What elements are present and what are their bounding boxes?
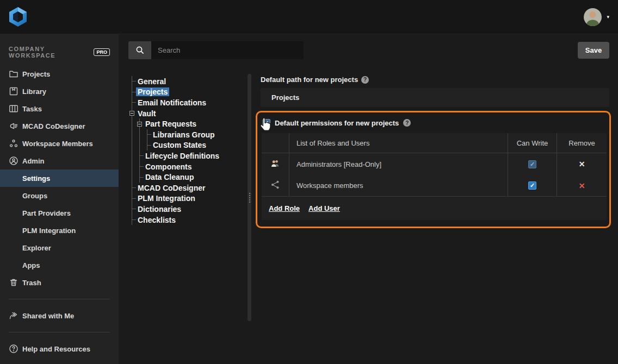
sidebar-item-settings[interactable]: Settings: [0, 170, 119, 187]
sidebar-item-help-and-resources[interactable]: Help and Resources: [0, 340, 119, 357]
altium-365-logo-icon[interactable]: [9, 7, 27, 27]
sidebar-item-label: Library: [22, 87, 46, 96]
collapse-expander-icon[interactable]: [129, 111, 134, 116]
tree-item-lifecycle-definitions[interactable]: Lifecycle Definitions: [140, 150, 248, 161]
remove-icon[interactable]: ✕: [579, 182, 585, 190]
help-icon[interactable]: ?: [403, 119, 411, 127]
panel-splitter[interactable]: [248, 74, 251, 321]
sidebar-item-trash[interactable]: Trash: [0, 274, 119, 291]
toolbar: Save: [119, 34, 618, 66]
tree-item-general[interactable]: General: [132, 76, 248, 87]
sidebar-item-label: Admin: [22, 157, 44, 165]
remove-cell: ✕: [557, 153, 607, 175]
tree-root-branch: General Projects Email Notifications Vau…: [132, 76, 248, 225]
can-write-checkbox-disabled: ✓: [528, 160, 536, 168]
sidebar-item-label: Tasks: [22, 105, 42, 113]
can-write-cell: ✓: [508, 153, 557, 175]
user-menu[interactable]: ▾: [584, 8, 609, 26]
sidebar-item-plm-integration[interactable]: PLM Integration: [0, 222, 119, 239]
sidebar-item-explorer[interactable]: Explorer: [0, 239, 119, 256]
chevron-down-icon[interactable]: ▾: [607, 15, 609, 20]
sidebar: COMPANY WORKSPACE PRO Projects Library T…: [0, 34, 119, 364]
search-input[interactable]: [151, 41, 304, 59]
sidebar-item-projects[interactable]: Projects: [0, 65, 119, 83]
sidebar-item-label: Explorer: [22, 244, 51, 252]
permissions-highlight-box: ✓ Default permissions for new projects ?…: [256, 111, 611, 228]
tree-item-projects[interactable]: Projects: [132, 87, 248, 98]
tree-part-requests-branch: Librarians Group Custom States: [147, 129, 248, 150]
help-icon[interactable]: ?: [361, 76, 369, 84]
tree-item-data-cleanup[interactable]: Data Cleanup: [140, 172, 248, 183]
sidebar-item-label: Help and Resources: [22, 345, 90, 353]
tree-item-part-requests[interactable]: Part Requests: [140, 118, 248, 129]
add-role-link[interactable]: Add Role: [269, 204, 300, 212]
help-circle-icon: [9, 344, 18, 354]
sidebar-item-label: Workspace Members: [22, 140, 93, 148]
tree-selected-item: Projects: [136, 87, 169, 96]
default-path-field[interactable]: Projects: [261, 88, 609, 107]
sidebar-item-workspace-members[interactable]: Workspace Members: [0, 135, 119, 152]
sidebar-item-library[interactable]: Library: [0, 83, 119, 100]
share-icon: [271, 180, 280, 191]
collapse-expander-icon[interactable]: [137, 122, 142, 127]
members-icon: [9, 139, 18, 148]
sidebar-item-part-providers[interactable]: Part Providers: [0, 204, 119, 222]
remove-icon[interactable]: ✕: [579, 160, 585, 168]
sidebar-item-admin[interactable]: Admin: [0, 152, 119, 170]
search-icon[interactable]: [128, 41, 151, 59]
can-write-checkbox[interactable]: ✓: [528, 181, 536, 190]
sidebar-item-label: Groups: [22, 192, 47, 200]
workspace-header: COMPANY WORKSPACE PRO: [0, 40, 119, 65]
add-user-link[interactable]: Add User: [308, 204, 340, 212]
administrators-group-icon: [270, 159, 280, 170]
tree-item-email-notifications[interactable]: Email Notifications: [132, 97, 248, 108]
tasks-columns-icon: [9, 104, 18, 114]
role-name: Administrators [Read-Only]: [289, 153, 508, 175]
top-bar: ▾: [0, 0, 618, 34]
sidebar-item-label: Part Providers: [22, 209, 71, 217]
tree-item-vault[interactable]: Vault: [132, 108, 248, 119]
tree-item-checklists[interactable]: Checklists: [132, 215, 248, 225]
default-path-label: Default path for new projects: [261, 76, 358, 84]
sidebar-item-label: MCAD CoDesigner: [22, 122, 85, 130]
settings-tree: General Projects Email Notifications Vau…: [119, 66, 248, 364]
sidebar-item-label: Apps: [22, 261, 40, 269]
default-permissions-label: Default permissions for new projects: [275, 119, 399, 127]
sidebar-item-groups[interactable]: Groups: [0, 187, 119, 204]
remove-cell: ✕: [557, 175, 607, 197]
tree-item-librarians-group[interactable]: Librarians Group: [147, 129, 248, 140]
permissions-table: List of Roles and Users Can Write Remove: [262, 133, 607, 220]
column-header-icon: [262, 133, 289, 153]
sidebar-item-mcad-codesigner[interactable]: MCAD CoDesigner: [0, 117, 119, 135]
sidebar-item-tasks[interactable]: Tasks: [0, 100, 119, 117]
tree-item-plm-integration[interactable]: PLM Integration: [132, 193, 248, 204]
shared-arrow-icon: [9, 311, 18, 321]
pro-badge: PRO: [94, 48, 110, 57]
sidebar-divider: [9, 332, 110, 332]
column-header-roles: List of Roles and Users: [289, 133, 508, 153]
avatar[interactable]: [584, 8, 602, 26]
settings-content: Default path for new projects ? Projects…: [251, 66, 618, 364]
trash-icon: [9, 278, 18, 287]
search-bar[interactable]: [128, 41, 304, 59]
save-button[interactable]: Save: [578, 42, 609, 59]
person-circle-icon: [9, 156, 18, 166]
tree-item-custom-states[interactable]: Custom States: [147, 140, 248, 151]
sidebar-item-label: Settings: [22, 174, 50, 183]
tree-item-mcad-codesigner[interactable]: MCAD CoDesigner: [132, 183, 248, 193]
workspace-label: COMPANY WORKSPACE: [9, 46, 89, 59]
tree-item-dictionaries[interactable]: Dictionaries: [132, 204, 248, 215]
plug-icon: [9, 121, 18, 131]
sidebar-item-label: Projects: [22, 70, 50, 78]
tree-vault-branch: Part Requests Librarians Group Custom St…: [139, 118, 248, 183]
default-path-value: Projects: [271, 93, 299, 102]
sidebar-item-apps[interactable]: Apps: [0, 256, 119, 274]
library-icon: [9, 86, 18, 96]
folder-icon: [9, 69, 18, 79]
sidebar-item-shared-with-me[interactable]: Shared with Me: [0, 307, 119, 324]
column-header-can-write: Can Write: [508, 133, 557, 153]
default-permissions-checkbox[interactable]: ✓: [262, 119, 270, 127]
sidebar-item-label: Shared with Me: [22, 312, 74, 320]
tree-item-components[interactable]: Components: [140, 161, 248, 172]
sidebar-divider: [9, 299, 110, 299]
